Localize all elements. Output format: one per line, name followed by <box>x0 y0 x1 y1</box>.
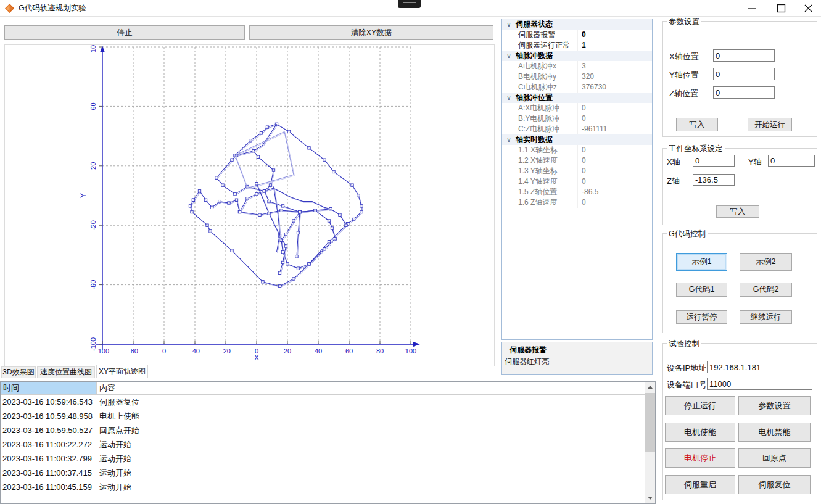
trajectory-marker <box>268 200 270 202</box>
log-time-cell: 2023-03-16 10:59:48.958 <box>1 409 97 423</box>
coord-y-label: Y轴 <box>748 157 762 168</box>
servo-restart-button[interactable]: 伺服重启 <box>665 475 735 494</box>
trajectory-cross-line-1 <box>257 184 286 273</box>
property-row[interactable]: 1.2 X轴速度0 <box>502 155 652 166</box>
z-position-input[interactable] <box>713 86 775 99</box>
property-value: 3 <box>578 61 586 72</box>
start-run-button[interactable]: 开始运行 <box>748 118 792 131</box>
log-row[interactable]: 2023-03-16 11:00:37.415运动开始 <box>1 466 655 480</box>
x-position-input[interactable] <box>713 49 775 62</box>
log-header-time[interactable]: 时间 <box>1 382 97 394</box>
chevron-down-icon[interactable]: ∨ <box>502 134 516 145</box>
stop-run-button[interactable]: 停止运行 <box>665 396 735 415</box>
property-value: 1 <box>578 40 586 51</box>
trajectory-marker <box>231 249 233 252</box>
property-value: 0 <box>578 197 586 208</box>
motor-disable-button[interactable]: 电机禁能 <box>738 423 811 442</box>
coord-x-input[interactable] <box>693 155 735 167</box>
scrollbar-thumb[interactable] <box>645 393 655 452</box>
device-port-input[interactable] <box>707 378 812 390</box>
x-tick-label: -20 <box>221 347 231 355</box>
y-position-label: Y轴位置 <box>669 70 699 81</box>
property-name: 伺服器运行正常 <box>502 40 578 51</box>
log-row[interactable]: 2023-03-16 11:00:45.159运动开始 <box>1 480 655 494</box>
close-button[interactable] <box>798 0 818 16</box>
trajectory-marker <box>198 190 200 192</box>
chevron-down-icon[interactable]: ∨ <box>502 51 516 61</box>
coord-y-input[interactable] <box>768 155 815 167</box>
tab-3[interactable]: XY平面轨迹图 <box>96 365 148 378</box>
maximize-button[interactable] <box>771 0 791 16</box>
minimize-button[interactable] <box>742 0 762 16</box>
param-write-button[interactable]: 写入 <box>676 118 718 131</box>
property-row[interactable]: A电机脉冲x3 <box>502 61 652 72</box>
alarm-description: 伺服器红灯亮 <box>505 357 652 367</box>
property-value: 0 <box>578 114 586 124</box>
coord-x-label: X轴 <box>667 157 680 168</box>
motor-stop-button[interactable]: 电机停止 <box>665 448 735 468</box>
home-return-button[interactable]: 回原点 <box>738 448 811 468</box>
tab-1[interactable]: 3D效果图 <box>1 366 36 378</box>
trajectory-marker <box>308 263 310 265</box>
log-content-cell: 运动开始 <box>97 480 655 494</box>
gcode-button-5[interactable]: 运行暂停 <box>676 310 727 324</box>
scroll-up-button[interactable] <box>645 382 655 392</box>
screen-recorder-handle[interactable] <box>398 0 421 8</box>
property-group-header[interactable]: ∨轴脉冲位置 <box>502 93 652 103</box>
scroll-down-button[interactable] <box>645 493 655 503</box>
property-row[interactable]: 1.6 Z轴速度0 <box>502 197 652 208</box>
clear-xy-button[interactable]: 清除XY数据 <box>249 25 493 40</box>
property-grid[interactable]: ∨伺服器状态伺服器报警0伺服器运行正常1∨轴脉冲数据A电机脉冲x3B电机脉冲y3… <box>501 19 653 340</box>
gcode-button-3[interactable]: G代码1 <box>676 283 727 297</box>
property-row[interactable]: 1.4 Y轴速度0 <box>502 176 652 187</box>
log-row[interactable]: 2023-03-16 10:59:48.958电机上使能 <box>1 409 655 423</box>
x-position-label: X轴位置 <box>669 51 699 62</box>
property-row[interactable]: C电机脉冲z376730 <box>502 82 652 93</box>
chevron-down-icon[interactable]: ∨ <box>502 93 516 103</box>
log-time-cell: 2023-03-16 11:00:45.159 <box>1 480 97 494</box>
param-settings-button[interactable]: 参数设置 <box>738 396 811 415</box>
coord-write-button[interactable]: 写入 <box>716 205 759 218</box>
property-row[interactable]: 1.3 Y轴坐标0 <box>502 166 652 176</box>
trajectory-marker <box>234 192 236 195</box>
trajectory-marker <box>262 281 264 283</box>
motor-enable-button[interactable]: 电机使能 <box>665 423 735 442</box>
property-group-header[interactable]: ∨伺服器状态 <box>502 19 652 30</box>
tab-2[interactable]: 速度位置曲线图 <box>37 366 95 378</box>
property-row[interactable]: B:Y电机脉冲0 <box>502 114 652 124</box>
property-group-header[interactable]: ∨轴脉冲数据 <box>502 51 652 61</box>
servo-reset-button[interactable]: 伺服复位 <box>738 475 811 494</box>
property-value: 0 <box>578 30 586 40</box>
property-name: 1.5 Z轴位置 <box>502 187 578 197</box>
coord-z-input[interactable] <box>693 174 735 186</box>
trajectory-marker <box>280 209 283 212</box>
log-row[interactable]: 2023-03-16 11:00:22.272运动开始 <box>1 437 655 452</box>
log-header-content[interactable]: 内容 <box>97 382 655 394</box>
property-row[interactable]: 伺服器报警0 <box>502 30 652 40</box>
trajectory-marker <box>295 255 298 258</box>
property-row[interactable]: 1.5 Z轴位置-86.5 <box>502 187 652 197</box>
gcode-button-6[interactable]: 继续运行 <box>740 310 792 324</box>
property-row[interactable]: 伺服器运行正常1 <box>502 40 652 51</box>
property-row[interactable]: A:X电机脉冲0 <box>502 103 652 114</box>
coord-z-label: Z轴 <box>667 176 680 187</box>
property-row[interactable]: C:Z电机脉冲-961111 <box>502 124 652 134</box>
property-row[interactable]: 1.1 X轴坐标0 <box>502 145 652 155</box>
property-group-header[interactable]: ∨轴实时数据 <box>502 134 652 145</box>
log-row[interactable]: 2023-03-16 10:59:46.543伺服器复位 <box>1 395 655 409</box>
y-tick-label: 20 <box>89 162 97 170</box>
y-position-input[interactable] <box>713 68 775 80</box>
log-row[interactable]: 2023-03-16 11:00:32.799运动开始 <box>1 452 655 466</box>
gcode-button-2[interactable]: 示例2 <box>740 253 792 271</box>
gcode-button-1[interactable]: 示例1 <box>676 253 727 271</box>
stop-button[interactable]: 停止 <box>4 25 245 40</box>
log-scrollbar[interactable] <box>645 382 655 503</box>
gcode-button-4[interactable]: G代码2 <box>740 283 792 297</box>
trajectory-marker <box>191 210 193 213</box>
chevron-down-icon[interactable]: ∨ <box>502 19 516 30</box>
property-value: 0 <box>578 103 586 114</box>
log-row[interactable]: 2023-03-16 10:59:50.527回原点开始 <box>1 423 655 437</box>
property-row[interactable]: B电机脉冲y320 <box>502 72 652 82</box>
device-ip-input[interactable] <box>707 361 812 373</box>
x-tick-label: -80 <box>128 347 138 355</box>
